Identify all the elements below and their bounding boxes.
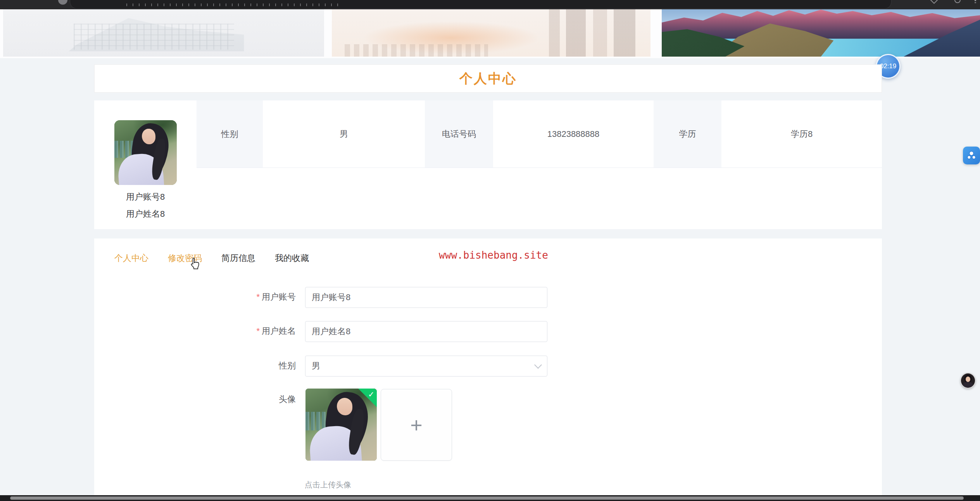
gender-field-label: 性别: [210, 360, 296, 371]
name-field-label: *用户姓名: [210, 325, 296, 337]
tab-personal-center[interactable]: 个人中心: [114, 252, 148, 264]
bubble-face: [966, 377, 970, 382]
address-bar[interactable]: [70, 0, 892, 9]
city-lowrise: [345, 44, 488, 57]
info-value-gender: 男: [263, 100, 425, 168]
browser-bar: [0, 0, 980, 9]
info-label-phone: 电话号码: [425, 100, 493, 168]
site-watermark: www.bishebang.site: [416, 249, 571, 261]
profile-icon[interactable]: [954, 0, 961, 3]
bubble-body: [963, 382, 973, 387]
building-grid: [74, 24, 234, 50]
info-value-education: 学历8: [721, 100, 882, 168]
horizontal-scrollbar-track[interactable]: [0, 495, 980, 501]
screen: 02:19 个人中心 用户账号8 用户姓名8 性别 男 电话号码 1: [0, 0, 980, 501]
timer-value: 02:19: [880, 62, 897, 70]
banner-image-building: [3, 9, 324, 57]
profile-card: 用户账号8 用户姓名8 性别 男 电话号码 13823888888 学历 学历8: [94, 100, 882, 229]
photo-face: [337, 398, 352, 415]
info-value-phone: 13823888888: [493, 100, 654, 168]
check-icon: ✓: [368, 390, 374, 399]
info-label-education: 学历: [654, 100, 721, 168]
horizontal-scrollbar-thumb[interactable]: [10, 496, 964, 500]
profile-avatar-photo: [114, 120, 177, 185]
page-title: 个人中心: [459, 70, 517, 88]
gender-select-value: 男: [312, 360, 320, 372]
tab-my-favorites[interactable]: 我的收藏: [275, 252, 309, 264]
banner-image-mountain-lake: [662, 9, 980, 57]
upload-hint-text: 点击上传头像: [305, 480, 351, 490]
extension-icon[interactable]: [930, 0, 938, 4]
cluster-circles-icon: [965, 149, 978, 162]
recorder-avatar-bubble[interactable]: [960, 373, 976, 389]
menu-icon[interactable]: [975, 0, 976, 3]
avatar-field-label: 头像: [210, 394, 296, 405]
account-field-label: *用户账号: [210, 291, 296, 303]
chevron-down-icon: [534, 361, 542, 369]
gender-select[interactable]: 男: [305, 356, 547, 377]
profile-account-text: 用户账号8: [94, 191, 197, 203]
plus-icon: +: [410, 415, 423, 435]
banner-strip: [0, 9, 980, 58]
info-label-gender: 性别: [197, 100, 263, 168]
reload-icon[interactable]: [58, 0, 67, 5]
tab-resume-info[interactable]: 简历信息: [221, 252, 255, 264]
avatar-upload-button[interactable]: +: [381, 389, 452, 461]
account-input[interactable]: [305, 287, 547, 308]
title-card: 个人中心: [94, 64, 882, 93]
cursor-pointer-icon: [189, 257, 201, 270]
banner-image-sunset-city: [332, 9, 650, 57]
photo-face: [142, 129, 155, 144]
floating-cluster-icon[interactable]: [963, 147, 980, 164]
profile-name-text: 用户姓名8: [94, 208, 197, 220]
address-text-clipped: [126, 3, 343, 6]
required-asterisk: *: [256, 326, 260, 336]
mountain-ridge: [662, 9, 980, 39]
name-input[interactable]: [305, 321, 547, 342]
personal-center-card: 个人中心 修改密码 简历信息 我的收藏 www.bishebang.site *…: [94, 238, 882, 495]
uploaded-avatar-thumbnail[interactable]: ✓: [305, 389, 377, 461]
required-asterisk: *: [256, 292, 260, 302]
city-towers: [542, 9, 650, 57]
tab-row: 个人中心 修改密码 简历信息 我的收藏: [114, 252, 309, 264]
